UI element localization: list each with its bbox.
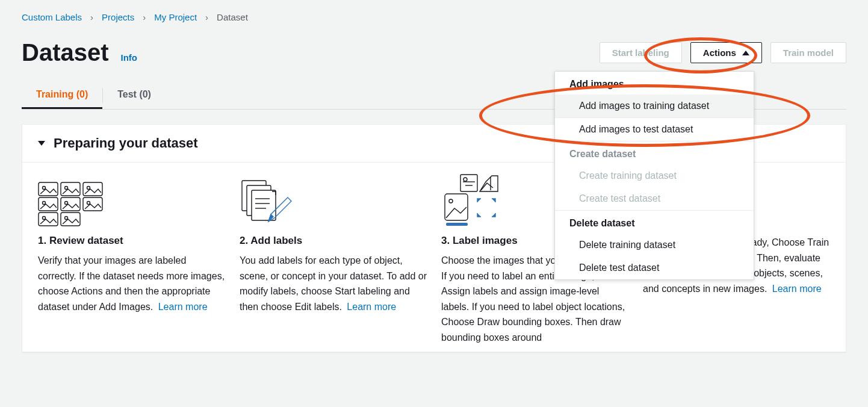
svg-point-15 (65, 217, 68, 220)
chevron-right-icon: › (90, 12, 93, 22)
svg-rect-32 (446, 223, 468, 226)
breadcrumb-current: Dataset (217, 12, 248, 22)
svg-point-31 (449, 199, 453, 203)
step-review-dataset: 1. Review dataset Verify that your image… (38, 178, 225, 346)
svg-rect-30 (445, 194, 468, 220)
svg-rect-10 (83, 197, 102, 211)
step-title: 1. Review dataset (38, 235, 225, 247)
dropdown-item-create-test: Create test dataset (555, 187, 754, 210)
dropdown-item-delete-test[interactable]: Delete test dataset (555, 256, 754, 279)
learn-more-link[interactable]: Learn more (347, 302, 396, 312)
svg-rect-12 (39, 213, 58, 226)
svg-point-13 (43, 217, 46, 220)
dropdown-section-delete-dataset: Delete dataset (555, 211, 754, 234)
step-desc: You add labels for each type of object, … (240, 253, 427, 314)
step-add-labels: 2. Add labels You add labels for each ty… (240, 178, 427, 346)
dropdown-item-add-training[interactable]: Add images to training dataset (555, 95, 754, 117)
train-model-button: Train model (770, 42, 846, 63)
svg-rect-0 (39, 182, 58, 196)
dropdown-item-add-test[interactable]: Add images to test dataset (555, 118, 754, 141)
header-actions: Start labeling Actions Train model Add i… (600, 42, 846, 63)
svg-rect-6 (39, 197, 58, 211)
caret-up-icon (742, 51, 749, 55)
actions-button-label: Actions (703, 48, 736, 58)
svg-rect-4 (83, 182, 102, 196)
tab-training[interactable]: Training (0) (22, 82, 102, 109)
page-title: Dataset (22, 39, 109, 66)
svg-point-5 (87, 187, 90, 190)
learn-more-link[interactable]: Learn more (772, 284, 822, 294)
step-desc: Verify that your images are labeled corr… (38, 253, 225, 314)
breadcrumb-my-project[interactable]: My Project (154, 12, 197, 22)
images-grid-icon (38, 178, 225, 226)
chevron-right-icon: › (205, 12, 208, 22)
breadcrumb: Custom Labels › Projects › My Project › … (0, 0, 868, 22)
learn-more-link[interactable]: Learn more (158, 302, 208, 312)
dropdown-item-create-training: Create training dataset (555, 164, 754, 187)
svg-point-7 (43, 202, 46, 205)
breadcrumb-custom-labels[interactable]: Custom Labels (22, 12, 82, 22)
collapse-toggle-icon[interactable] (38, 141, 45, 146)
dropdown-section-create-dataset: Create dataset (555, 141, 754, 164)
svg-marker-28 (480, 176, 498, 191)
svg-point-3 (65, 187, 68, 190)
svg-rect-2 (61, 182, 80, 196)
tab-test[interactable]: Test (0) (103, 82, 166, 109)
actions-button[interactable]: Actions (690, 42, 762, 63)
svg-rect-24 (460, 175, 477, 191)
breadcrumb-projects[interactable]: Projects (102, 12, 134, 22)
svg-point-11 (87, 202, 90, 205)
documents-pencil-icon (240, 178, 427, 226)
info-link[interactable]: Info (121, 52, 138, 63)
svg-point-1 (43, 187, 46, 190)
svg-rect-8 (61, 197, 80, 211)
chevron-right-icon: › (143, 12, 146, 22)
dropdown-item-delete-training[interactable]: Delete training dataset (555, 234, 754, 256)
svg-rect-14 (61, 213, 80, 226)
step-title: 2. Add labels (240, 235, 427, 247)
svg-point-25 (463, 178, 467, 181)
svg-point-9 (65, 202, 68, 205)
start-labeling-button: Start labeling (600, 42, 682, 63)
dropdown-section-add-images: Add images (555, 72, 754, 95)
panel-title: Preparing your dataset (54, 135, 198, 151)
actions-dropdown: Add images Add images to training datase… (554, 71, 754, 280)
